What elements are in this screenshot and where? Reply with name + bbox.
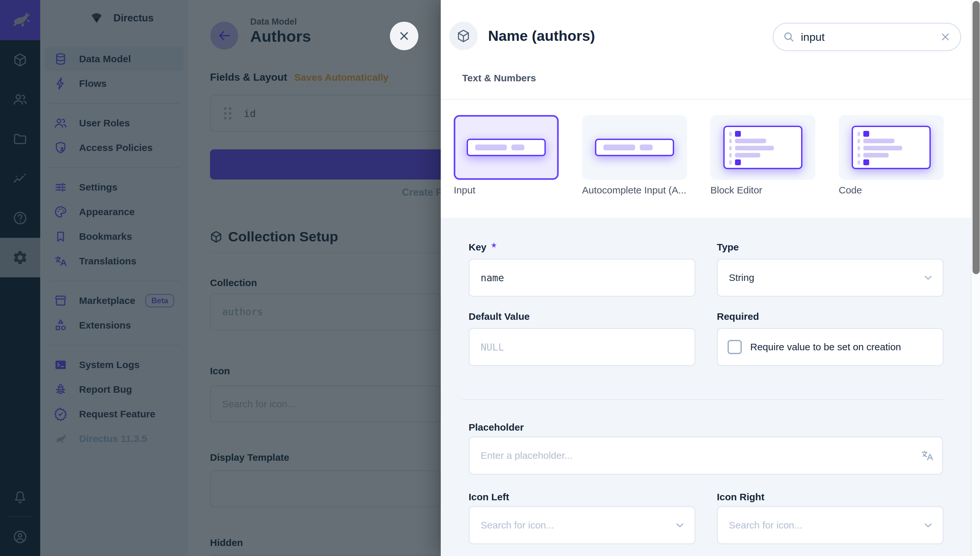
editor-interface-preview <box>852 126 931 169</box>
chevron-down-icon <box>922 519 934 532</box>
chevron-down-icon <box>674 519 686 532</box>
interface-label: Block Editor <box>710 185 815 196</box>
close-icon <box>398 29 411 42</box>
required-star-icon <box>490 242 498 249</box>
drawer-scrollbar-thumb[interactable] <box>972 1 980 274</box>
interface-group-label: Text & Numbers <box>462 73 536 84</box>
input-interface-preview <box>595 139 674 156</box>
default-value-label: Default Value <box>469 311 530 322</box>
type-value: String <box>729 272 922 283</box>
box-icon <box>456 29 471 44</box>
interface-search[interactable] <box>773 23 961 51</box>
search-icon <box>783 31 795 43</box>
required-checkbox-label[interactable]: Require value to be set on creation <box>750 341 901 352</box>
interface-card-block-editor[interactable] <box>710 115 815 180</box>
icon-left-select[interactable]: Search for icon... <box>469 506 695 544</box>
required-label: Required <box>717 311 759 322</box>
drawer-close-button[interactable] <box>390 22 418 50</box>
icon-right-select[interactable]: Search for icon... <box>717 506 944 544</box>
editor-interface-preview <box>723 126 802 169</box>
clear-search-icon[interactable] <box>940 31 951 43</box>
type-select[interactable]: String <box>717 259 944 297</box>
drawer-title: Name (authors) <box>488 27 595 44</box>
chevron-down-icon <box>922 272 934 284</box>
form-divider <box>462 399 943 400</box>
interface-label: Autocomplete Input (A... <box>582 185 687 196</box>
key-input[interactable] <box>469 259 695 297</box>
drawer-scrollbar-track[interactable] <box>971 0 980 556</box>
placeholder-input[interactable] <box>469 436 943 475</box>
interface-card-code[interactable] <box>839 115 944 180</box>
type-label: Type <box>717 242 739 253</box>
directus-app: Directus Data Model Flows <box>0 0 980 556</box>
drawer-overlay[interactable] <box>0 0 441 556</box>
drawer-header-icon-button[interactable] <box>449 22 478 50</box>
icon-right-label: Icon Right <box>717 491 765 503</box>
key-label: Key <box>469 242 498 253</box>
group-divider <box>441 99 971 100</box>
icon-right-placeholder: Search for icon... <box>729 520 922 531</box>
default-value-input[interactable] <box>469 328 695 366</box>
icon-left-label: Icon Left <box>469 491 509 503</box>
interface-label: Code <box>839 185 944 196</box>
input-interface-preview <box>467 139 546 156</box>
required-field-box: Require value to be set on creation <box>717 328 944 366</box>
icon-left-placeholder: Search for icon... <box>480 520 674 531</box>
interface-card-input[interactable] <box>454 115 559 180</box>
translate-icon[interactable] <box>920 449 934 462</box>
interface-search-input[interactable] <box>801 31 934 44</box>
required-checkbox[interactable] <box>728 340 742 354</box>
field-config-drawer: Name (authors) Text & Numbers <box>441 0 980 556</box>
interface-label: Input <box>454 185 559 196</box>
interface-card-autocomplete[interactable] <box>582 115 687 180</box>
placeholder-label: Placeholder <box>469 422 524 433</box>
placeholder-field <box>469 436 943 475</box>
